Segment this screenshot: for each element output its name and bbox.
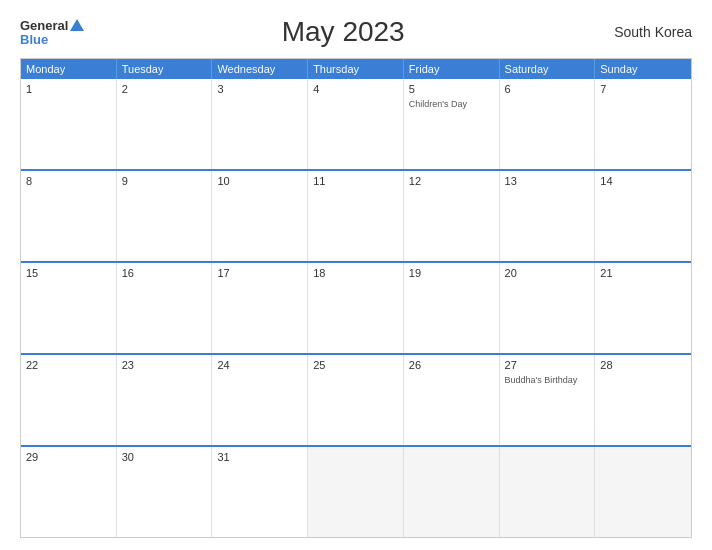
day-cell: 29 (21, 447, 117, 537)
day-number: 21 (600, 267, 686, 279)
logo: General Blue (20, 19, 84, 46)
day-number: 14 (600, 175, 686, 187)
day-cell: 26 (404, 355, 500, 445)
day-header-tuesday: Tuesday (117, 59, 213, 79)
calendar-grid: MondayTuesdayWednesdayThursdayFridaySatu… (20, 58, 692, 538)
day-cell: 2 (117, 79, 213, 169)
holiday-label: Children's Day (409, 99, 494, 110)
day-cell: 4 (308, 79, 404, 169)
day-cell: 30 (117, 447, 213, 537)
day-header-sunday: Sunday (595, 59, 691, 79)
day-cell: 6 (500, 79, 596, 169)
day-number: 28 (600, 359, 686, 371)
day-cell: 10 (212, 171, 308, 261)
country-label: South Korea (602, 24, 692, 40)
day-cell: 24 (212, 355, 308, 445)
day-cell: 16 (117, 263, 213, 353)
day-number: 17 (217, 267, 302, 279)
day-number: 25 (313, 359, 398, 371)
day-number: 11 (313, 175, 398, 187)
day-cell: 28 (595, 355, 691, 445)
day-cell: 7 (595, 79, 691, 169)
calendar-page: General Blue May 2023 South Korea Monday… (0, 0, 712, 550)
day-number: 2 (122, 83, 207, 95)
day-cell: 5Children's Day (404, 79, 500, 169)
day-number: 8 (26, 175, 111, 187)
header: General Blue May 2023 South Korea (20, 16, 692, 48)
day-number: 7 (600, 83, 686, 95)
day-cell: 1 (21, 79, 117, 169)
day-cell: 15 (21, 263, 117, 353)
day-cell: 31 (212, 447, 308, 537)
day-number: 13 (505, 175, 590, 187)
day-cell (595, 447, 691, 537)
day-cell: 22 (21, 355, 117, 445)
day-header-saturday: Saturday (500, 59, 596, 79)
logo-general-text: General (20, 19, 68, 32)
day-number: 4 (313, 83, 398, 95)
day-header-friday: Friday (404, 59, 500, 79)
day-number: 5 (409, 83, 494, 95)
day-number: 12 (409, 175, 494, 187)
week-row-3: 222324252627Buddha's Birthday28 (21, 353, 691, 445)
day-cell: 11 (308, 171, 404, 261)
day-header-monday: Monday (21, 59, 117, 79)
week-row-2: 15161718192021 (21, 261, 691, 353)
day-number: 26 (409, 359, 494, 371)
day-cell: 21 (595, 263, 691, 353)
day-number: 10 (217, 175, 302, 187)
day-cell: 19 (404, 263, 500, 353)
day-number: 31 (217, 451, 302, 463)
day-number: 24 (217, 359, 302, 371)
day-cell: 3 (212, 79, 308, 169)
day-number: 15 (26, 267, 111, 279)
day-number: 9 (122, 175, 207, 187)
day-header-wednesday: Wednesday (212, 59, 308, 79)
day-number: 18 (313, 267, 398, 279)
day-number: 3 (217, 83, 302, 95)
day-number: 20 (505, 267, 590, 279)
day-cell: 23 (117, 355, 213, 445)
calendar-title: May 2023 (84, 16, 602, 48)
day-cell: 25 (308, 355, 404, 445)
day-cell: 9 (117, 171, 213, 261)
day-number: 30 (122, 451, 207, 463)
day-cell: 27Buddha's Birthday (500, 355, 596, 445)
holiday-label: Buddha's Birthday (505, 375, 590, 386)
day-cell: 17 (212, 263, 308, 353)
week-row-4: 293031 (21, 445, 691, 537)
day-header-thursday: Thursday (308, 59, 404, 79)
day-cell (308, 447, 404, 537)
logo-triangle-icon (70, 19, 84, 31)
day-number: 6 (505, 83, 590, 95)
day-number: 27 (505, 359, 590, 371)
week-row-1: 891011121314 (21, 169, 691, 261)
weeks-container: 12345Children's Day678910111213141516171… (21, 79, 691, 537)
day-cell: 18 (308, 263, 404, 353)
week-row-0: 12345Children's Day67 (21, 79, 691, 169)
day-cell: 8 (21, 171, 117, 261)
day-cell (404, 447, 500, 537)
day-cell: 12 (404, 171, 500, 261)
day-cell: 14 (595, 171, 691, 261)
day-headers-row: MondayTuesdayWednesdayThursdayFridaySatu… (21, 59, 691, 79)
day-cell: 13 (500, 171, 596, 261)
day-number: 1 (26, 83, 111, 95)
day-cell: 20 (500, 263, 596, 353)
day-number: 16 (122, 267, 207, 279)
logo-blue-text: Blue (20, 33, 48, 46)
day-number: 22 (26, 359, 111, 371)
day-number: 29 (26, 451, 111, 463)
day-number: 19 (409, 267, 494, 279)
day-cell (500, 447, 596, 537)
day-number: 23 (122, 359, 207, 371)
